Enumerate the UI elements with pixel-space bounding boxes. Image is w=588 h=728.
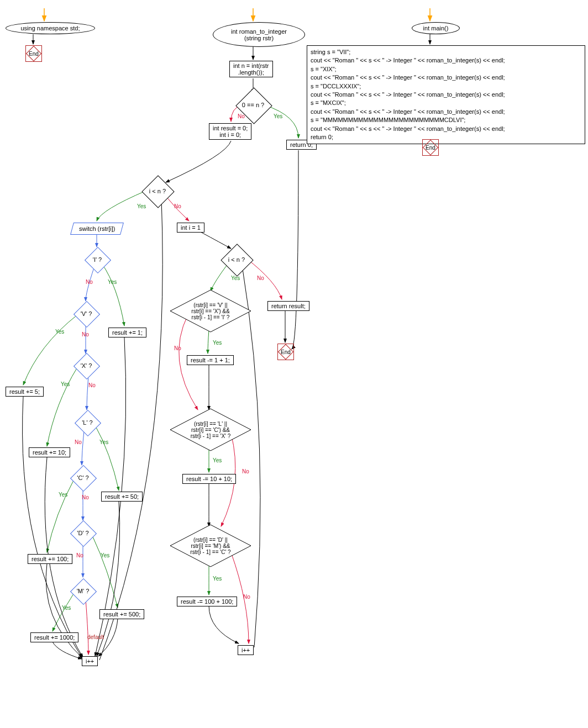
res-1000-text: result += 1000; [34,634,75,641]
res-sub-20-text: result -= 10 + 10; [186,476,232,482]
yes-label-dm: Yes [213,576,222,582]
case-v-node: 'V' ? [59,297,114,330]
no-label-1: No [238,113,245,119]
switch-text: switch (rstr[i]) [79,225,115,232]
yes-label-c: Yes [59,492,67,498]
i-lt-n-1-node: i < n ? [130,175,185,208]
cond-dm-node: (rstr[i] == 'D' || rstr[i] == 'M') && rs… [169,524,252,568]
no-label-vx: No [174,345,181,351]
res-500-text: result += 500; [103,611,140,618]
cond-lc-node: (rstr[i] == 'L' || rstr[i] == 'C') && rs… [169,408,252,452]
yes-label-3: Yes [231,275,240,281]
res-1-text: result += 1; [112,329,143,336]
no-label-3: No [257,275,264,281]
default-label: default [87,634,104,640]
return-result-node: return result; [267,301,309,311]
res-500-node: result += 500; [99,609,144,619]
using-namespace-text: using namespace std; [20,25,80,31]
case-l-node: 'L' ? [60,406,115,439]
end-box-1: End [25,45,42,62]
switch-node: switch (rstr[i]) [70,223,124,235]
yes-label-l: Yes [99,439,108,445]
res-10-node: result += 10; [29,447,70,457]
no-label-2: No [174,203,181,209]
roman-func-node: int roman_to_integer (string rstr) [213,22,305,47]
yes-label-d: Yes [101,552,109,558]
res-1-node: result += 1; [108,328,146,337]
res-sub-200-node: result -= 100 + 100; [177,597,237,606]
end-box-2: End [277,344,294,360]
res-50-text: result += 50; [105,493,139,500]
res-10-text: result += 10; [33,449,66,456]
n-eq-0-node: 0 == n ? [225,88,281,122]
yes-label-2: Yes [137,203,146,209]
end-box-3: End [422,139,439,156]
i-inc-1-node: i++ [82,656,98,666]
roman-func-text: int roman_to_integer (string rstr) [231,28,287,41]
res-100-text: result += 100; [32,556,69,562]
i-inc-2-node: i++ [238,645,254,655]
int-i-1-text: int i = 1 [181,224,201,231]
case-m-node: 'M' ? [55,574,111,608]
yes-label-v: Yes [55,329,64,335]
int-n-node: int n = int(rstr .length()); [229,61,273,77]
res-1000-node: result += 1000; [30,632,78,642]
no-label-i: No [86,279,93,285]
result-init-text: int result = 0; int i = 0; [213,125,248,138]
main-node: int main() [412,22,460,34]
res-sub-2-text: result -= 1 + 1; [191,357,230,363]
no-label-dm: No [243,594,250,600]
main-code-text: string s = "VII"; cout << "Roman " << s … [311,49,505,140]
res-sub-2-node: result -= 1 + 1; [187,355,234,365]
res-sub-20-node: result -= 10 + 10; [182,474,236,484]
no-label-d: No [76,552,83,558]
case-d-node: 'D' ? [55,516,111,550]
case-i-node: 'I' ? [70,243,125,276]
cond-vx-node: (rstr[i] == 'V' || rstr[i] == 'X') && rs… [169,289,252,333]
yes-label-i: Yes [108,279,117,285]
yes-label-x: Yes [61,381,70,387]
no-label-x: No [88,382,96,388]
int-n-text: int n = int(rstr .length()); [233,62,269,76]
yes-label-1: Yes [274,113,282,119]
res-50-node: result += 50; [101,492,143,502]
res-5-node: result += 5; [6,387,44,397]
case-c-node: 'C' ? [55,461,111,494]
main-text: int main() [423,25,449,31]
res-5-text: result += 5; [9,388,40,395]
result-init-node: int result = 0; int i = 0; [209,123,251,140]
no-label-l: No [75,439,82,445]
yes-label-vx: Yes [213,340,222,346]
i-inc-1-text: i++ [86,658,94,664]
int-i-1-node: int i = 1 [177,223,204,233]
no-label-lc: No [242,468,249,474]
return-result-text: return result; [271,303,306,309]
yes-label-m: Yes [62,605,71,611]
i-lt-n-2-node: i < n ? [209,243,264,276]
i-inc-2-text: i++ [242,647,250,653]
res-sub-200-text: result -= 100 + 100; [181,598,233,605]
using-namespace-node: using namespace std; [6,22,95,34]
no-label-c: No [82,494,89,500]
case-x-node: 'X' ? [59,349,114,382]
no-label-v: No [82,331,89,337]
main-code-node: string s = "VII"; cout << "Roman " << s … [307,45,585,144]
yes-label-lc: Yes [213,457,222,463]
res-100-node: result += 100; [28,554,72,564]
